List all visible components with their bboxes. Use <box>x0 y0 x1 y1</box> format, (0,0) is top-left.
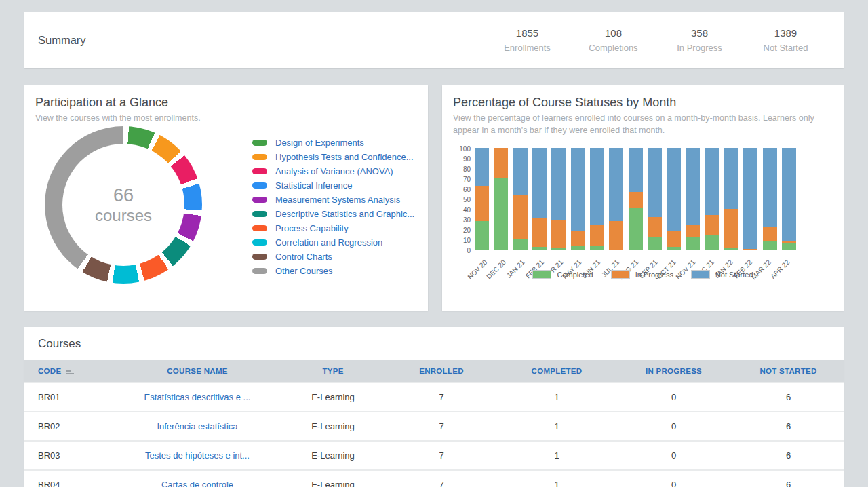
participation-title: Participation at a Glance <box>35 96 417 110</box>
month-bar[interactable] <box>571 148 585 250</box>
course-name-cell: Cartas de controle <box>113 470 282 487</box>
course-name-link[interactable]: Testes de hipóteses e int... <box>145 450 250 461</box>
month-bar[interactable] <box>513 148 528 250</box>
statuses-subtitle: View the percentage of learners enrolled… <box>453 112 833 136</box>
y-tick-label: 30 <box>463 216 471 224</box>
summary-stat: 108Completions <box>570 27 656 53</box>
column-header-type[interactable]: TYPE <box>282 360 384 383</box>
course-name-link[interactable]: Cartas de controle <box>161 480 233 487</box>
bar-segment <box>724 148 738 209</box>
month-bar[interactable] <box>705 148 719 250</box>
bar-chart-legend: CompletedIn ProgressNot Started <box>442 270 844 279</box>
month-bar[interactable] <box>667 148 681 250</box>
bar-segment <box>629 148 643 192</box>
bar-legend-item[interactable]: In Progress <box>611 270 673 279</box>
bar-segment <box>590 225 604 246</box>
table-row: BR04Cartas de controleE-Learning7106 <box>24 470 844 487</box>
month-bar[interactable] <box>743 148 757 250</box>
month-bar[interactable] <box>686 148 700 250</box>
month-bar[interactable] <box>475 148 489 250</box>
legend-swatch-icon <box>252 225 267 231</box>
course-name-link[interactable]: Estatísticas descritivas e ... <box>144 392 251 402</box>
donut-legend-label: Design of Experiments <box>275 138 364 148</box>
donut-legend-item[interactable]: Design of Experiments <box>252 136 414 150</box>
column-header-in-progress[interactable]: IN PROGRESS <box>614 360 733 383</box>
table-cell: 0 <box>614 441 733 470</box>
legend-swatch-icon <box>252 154 267 160</box>
bar-segment <box>551 220 566 248</box>
summary-card: Summary 1855Enrollments108Completions358… <box>24 12 844 68</box>
donut-center-label: courses <box>95 206 152 225</box>
y-tick-label: 100 <box>459 145 471 153</box>
bar-segment <box>686 148 700 225</box>
month-bar[interactable] <box>590 148 604 250</box>
donut-legend-item[interactable]: Analysis of Variance (ANOVA) <box>252 164 414 178</box>
summary-stat: 1855Enrollments <box>484 27 570 53</box>
legend-swatch-icon <box>252 268 267 274</box>
bar-segment <box>705 215 719 235</box>
bar-segment <box>743 148 757 249</box>
donut-legend-item[interactable]: Measurement Systems Analysis <box>252 193 414 207</box>
column-header-enrolled[interactable]: ENROLLED <box>384 360 499 383</box>
donut-legend-label: Statistical Inference <box>275 180 352 191</box>
bar-legend-item[interactable]: Not Started <box>691 270 753 279</box>
donut-legend-item[interactable]: Statistical Inference <box>252 178 414 193</box>
bar-legend-label: Not Started <box>715 271 753 279</box>
legend-swatch-icon <box>611 270 630 279</box>
summary-stat: 1389Not Started <box>743 27 829 53</box>
bar-segment <box>513 148 528 195</box>
course-name-cell: Estatísticas descritivas e ... <box>113 383 282 412</box>
donut-legend-item[interactable]: Descriptive Statistics and Graphic... <box>252 207 414 221</box>
y-tick-label: 10 <box>463 237 471 244</box>
y-tick-label: 50 <box>463 196 471 203</box>
month-bar[interactable] <box>724 148 738 250</box>
donut-legend-label: Control Charts <box>275 252 332 262</box>
summary-stat: 358In Progress <box>656 27 743 53</box>
bar-segment <box>763 241 777 250</box>
month-bar[interactable] <box>609 148 623 250</box>
sort-icon[interactable] <box>66 369 74 374</box>
statuses-bar-chart: 0102030405060708090100 NOV 20DEC 20JAN 2… <box>475 149 796 250</box>
bar-segment <box>609 148 623 221</box>
table-cell: E-Learning <box>282 441 384 470</box>
stat-label: Not Started <box>743 43 829 53</box>
donut-legend-label: Correlation and Regression <box>275 237 382 248</box>
bar-segment <box>648 217 662 237</box>
courses-card: Courses CODECOURSE NAMETYPEENROLLEDCOMPL… <box>24 327 844 487</box>
table-cell: 6 <box>733 383 844 412</box>
bar-segment <box>648 237 662 250</box>
bar-segment <box>475 148 489 186</box>
bar-segment <box>629 208 643 250</box>
donut-legend-item[interactable]: Other Courses <box>252 264 414 278</box>
bar-legend-item[interactable]: Completed <box>532 270 593 279</box>
donut-legend-label: Descriptive Statistics and Graphic... <box>275 209 414 219</box>
month-bar[interactable] <box>551 148 566 250</box>
column-header-completed[interactable]: COMPLETED <box>499 360 614 383</box>
month-bar[interactable] <box>532 148 547 250</box>
donut-legend-item[interactable]: Control Charts <box>252 250 414 264</box>
donut-legend-item[interactable]: Hypothesis Tests and Confidence... <box>252 150 414 164</box>
column-header-code[interactable]: CODE <box>24 360 113 383</box>
month-bar[interactable] <box>763 148 777 250</box>
month-bar[interactable] <box>782 148 796 250</box>
course-name-link[interactable]: Inferência estatística <box>157 421 237 431</box>
month-bar[interactable] <box>494 148 508 250</box>
legend-swatch-icon <box>252 197 267 203</box>
y-tick-label: 80 <box>463 165 471 173</box>
bar-segment <box>551 248 566 250</box>
table-cell: 1 <box>499 383 614 412</box>
legend-swatch-icon <box>252 182 267 189</box>
donut-legend-item[interactable]: Correlation and Regression <box>252 235 414 250</box>
courses-table: CODECOURSE NAMETYPEENROLLEDCOMPLETEDIN P… <box>24 360 844 487</box>
bar-segment <box>513 195 528 239</box>
bar-segment <box>667 247 681 250</box>
bar-segment <box>667 148 681 231</box>
donut-legend-item[interactable]: Process Capability <box>252 221 414 235</box>
column-header-not-started[interactable]: NOT STARTED <box>733 360 844 383</box>
donut-legend-label: Analysis of Variance (ANOVA) <box>275 166 393 176</box>
column-header-course-name[interactable]: COURSE NAME <box>113 360 282 383</box>
month-bar[interactable] <box>629 148 643 250</box>
month-bar[interactable] <box>648 148 662 250</box>
courses-title: Courses <box>24 327 844 360</box>
stat-value: 108 <box>570 27 656 39</box>
